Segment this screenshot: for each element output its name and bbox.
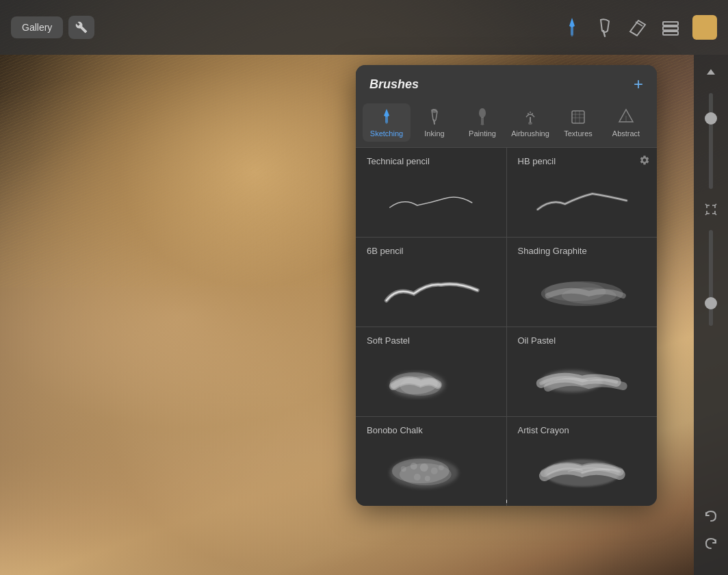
svg-rect-4: [663, 22, 678, 25]
tab-abstract[interactable]: Abstract: [602, 103, 650, 142]
brush-name-artist-crayon: Artist Crayon: [518, 425, 647, 435]
brush-grid: Technical pencil HB pencil: [356, 148, 657, 506]
brush-name-technical-pencil: Technical pencil: [367, 156, 495, 166]
top-toolbar: Gallery: [0, 0, 728, 55]
arrow-up-icon: [705, 67, 716, 78]
toolbar-left: Gallery: [11, 16, 94, 39]
svg-point-39: [414, 474, 421, 481]
panel-header: Brushes +: [356, 65, 657, 103]
transform-btn[interactable]: [699, 197, 723, 222]
svg-rect-11: [481, 117, 484, 124]
brush-preview-soft-pastel: [367, 351, 495, 408]
svg-line-2: [630, 31, 637, 36]
painting-icon: [473, 107, 492, 127]
hb-pencil-gear[interactable]: [639, 155, 650, 168]
brush-name-oil-pastel: Oil Pastel: [518, 335, 647, 346]
smudge-icon: [595, 17, 614, 38]
tab-airbrushing[interactable]: Airbrushing: [506, 103, 554, 142]
brush-preview-artist-crayon: [518, 441, 647, 498]
svg-point-9: [432, 109, 437, 113]
brush-icon: [562, 16, 582, 38]
abstract-icon: [616, 107, 636, 127]
svg-point-10: [479, 108, 486, 118]
brush-tool[interactable]: [561, 16, 583, 38]
svg-rect-1: [571, 27, 573, 35]
svg-point-15: [530, 112, 531, 113]
add-brush-button[interactable]: +: [634, 76, 643, 92]
brush-cell-oil-pastel[interactable]: Oil Pastel: [507, 327, 658, 416]
tab-sketching[interactable]: Sketching: [363, 103, 411, 142]
undo-button[interactable]: [699, 504, 723, 528]
opacity-thumb[interactable]: [705, 297, 717, 309]
tab-airbrushing-label: Airbrushing: [511, 129, 549, 138]
tab-painting[interactable]: Painting: [458, 103, 506, 142]
right-sidebar: [694, 55, 728, 575]
redo-button[interactable]: [699, 531, 723, 556]
brush-cell-artist-crayon[interactable]: Artist Crayon: [507, 417, 658, 506]
redo-icon: [703, 536, 718, 551]
arrow-up-btn[interactable]: [699, 60, 723, 85]
svg-point-40: [425, 476, 430, 481]
svg-rect-5: [663, 27, 678, 30]
tab-sketching-label: Sketching: [370, 129, 403, 138]
brush-preview-bonobo-chalk: [367, 441, 495, 498]
inking-icon: [425, 107, 444, 127]
svg-point-36: [420, 463, 428, 472]
smudge-tool[interactable]: [594, 16, 616, 38]
brush-preview-hb-pencil: [518, 172, 647, 229]
tab-textures[interactable]: Textures: [554, 103, 602, 142]
svg-point-14: [528, 113, 529, 114]
svg-point-37: [431, 468, 438, 474]
brushes-panel: Brushes + Sketching: [356, 65, 657, 506]
tab-textures-label: Textures: [564, 129, 593, 138]
airbrushing-icon: [521, 107, 540, 127]
undo-icon: [703, 509, 718, 524]
tab-inking[interactable]: Inking: [411, 103, 458, 142]
layers-tool[interactable]: [660, 16, 681, 38]
brush-cell-technical-pencil[interactable]: Technical pencil: [356, 148, 506, 237]
brush-size-thumb[interactable]: [705, 112, 717, 125]
tab-painting-label: Painting: [469, 129, 496, 138]
brush-preview-6b-pencil: [367, 261, 495, 318]
toolbar-right: [561, 15, 717, 40]
brush-name-shading-graphite: Shading Graphite: [518, 246, 647, 256]
wrench-button[interactable]: [68, 16, 94, 39]
brush-cell-soft-pastel[interactable]: Soft Pastel: [356, 327, 506, 416]
wrench-icon: [75, 21, 88, 34]
svg-point-34: [401, 466, 406, 472]
brush-cell-hb-pencil[interactable]: HB pencil: [507, 148, 658, 237]
category-tabs: Sketching Inking Painting: [356, 103, 657, 148]
textures-icon: [569, 107, 588, 127]
brush-cell-6b-pencil[interactable]: 6B pencil: [356, 238, 506, 327]
tab-abstract-label: Abstract: [612, 129, 640, 138]
svg-rect-6: [663, 31, 678, 35]
brush-cell-bonobo-chalk[interactable]: Bonobo Chalk: [356, 417, 506, 506]
brush-preview-technical-pencil: [367, 172, 495, 229]
brush-size-slider[interactable]: [709, 93, 713, 189]
brush-preview-oil-pastel: [518, 351, 647, 408]
svg-marker-0: [569, 18, 575, 27]
brush-name-6b-pencil: 6B pencil: [367, 246, 495, 256]
tab-inking-label: Inking: [424, 129, 444, 138]
sketching-icon: [377, 107, 396, 127]
brush-name-hb-pencil: HB pencil: [518, 156, 647, 166]
eraser-icon: [627, 18, 648, 37]
transform-icon: [704, 203, 718, 216]
svg-rect-8: [385, 116, 388, 123]
svg-point-35: [411, 463, 417, 470]
brush-name-soft-pastel: Soft Pastel: [367, 335, 495, 346]
gear-icon: [639, 155, 650, 166]
svg-marker-7: [384, 109, 389, 117]
svg-rect-17: [572, 111, 584, 123]
layers-icon: [660, 18, 681, 37]
svg-point-16: [532, 113, 533, 114]
opacity-slider[interactable]: [709, 230, 713, 326]
brush-name-bonobo-chalk: Bonobo Chalk: [367, 425, 495, 435]
brush-preview-shading-graphite: [518, 261, 647, 318]
panel-title: Brushes: [369, 77, 419, 92]
eraser-tool[interactable]: [627, 16, 649, 38]
brush-cell-shading-graphite[interactable]: Shading Graphite: [507, 238, 658, 327]
gallery-button[interactable]: Gallery: [11, 16, 63, 38]
color-swatch[interactable]: [692, 15, 717, 40]
svg-point-13: [528, 122, 532, 125]
